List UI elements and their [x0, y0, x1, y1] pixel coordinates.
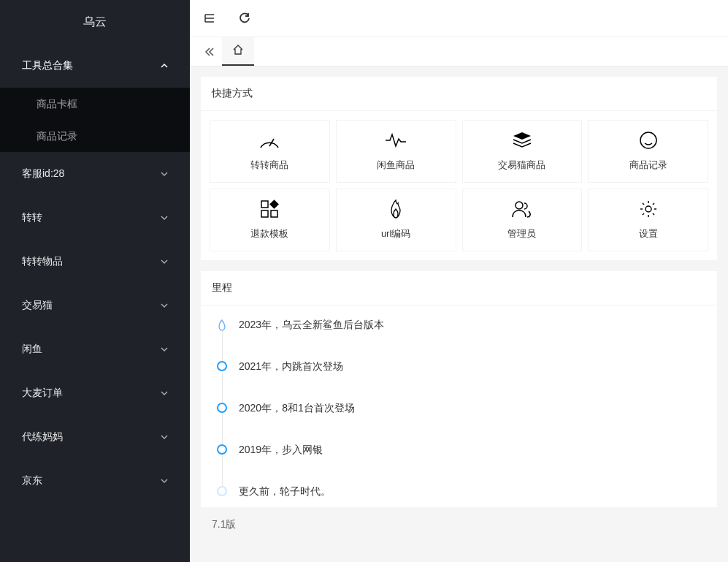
shortcut-label: 退款模板 [250, 227, 288, 240]
svg-rect-3 [261, 210, 268, 217]
nav-label: 京东 [22, 474, 42, 487]
nav-item-damai[interactable]: 大麦订单 [0, 371, 190, 415]
pulse-icon [383, 131, 408, 150]
shortcut-admin[interactable]: 管理员 [462, 189, 583, 251]
sub-label: 商品记录 [37, 130, 77, 142]
timeline-text: 2020年，8和1台首次登场 [239, 402, 355, 414]
nav-item-service[interactable]: 客服id:28 [0, 152, 190, 196]
nav-item-zhuanzhuan-items[interactable]: 转转物品 [0, 240, 190, 284]
timeline-card: 里程 2023年，乌云全新鲨鱼后台版本 2021年，内跳首次登场 [201, 271, 717, 507]
chevron-down-icon [161, 302, 168, 309]
apps-icon [257, 200, 282, 219]
version-label: 7.1版 [201, 518, 717, 539]
timeline-text: 更久前，轮子时代。 [239, 485, 331, 497]
nav-item-jingdong[interactable]: 京东 [0, 459, 190, 503]
nav-item-tools[interactable]: 工具总合集 [0, 44, 190, 88]
timeline-fire-icon [216, 319, 228, 331]
shortcut-label: 设置 [639, 227, 658, 240]
chevron-down-icon [161, 390, 168, 397]
chevron-down-icon [161, 258, 168, 265]
timeline-item: 2019年，步入网银 [217, 443, 701, 485]
timeline-title: 里程 [201, 271, 717, 305]
chevron-down-icon [161, 346, 168, 353]
shortcut-label: 闲鱼商品 [377, 159, 415, 172]
home-icon [232, 44, 244, 58]
app-title: 乌云 [83, 15, 107, 30]
nav-item-zhuanzhuan[interactable]: 转转 [0, 196, 190, 240]
shortcut-label: 商品记录 [629, 159, 667, 172]
timeline-item: 更久前，轮子时代。 [217, 485, 701, 498]
shortcuts-title: 快捷方式 [201, 77, 717, 111]
nav-label: 代练妈妈 [22, 430, 63, 444]
tab-home[interactable] [222, 37, 254, 66]
nav-item-jiaoyimao[interactable]: 交易猫 [0, 284, 190, 327]
shortcut-label: 管理员 [507, 227, 536, 240]
layers-icon [510, 131, 534, 150]
timeline-text: 2021年，内跳首次登场 [239, 360, 343, 372]
shortcut-settings[interactable]: 设置 [588, 189, 708, 251]
chevron-down-icon [161, 214, 168, 221]
sub-item-product-record[interactable]: 商品记录 [0, 120, 190, 152]
chevron-up-icon [161, 62, 168, 69]
timeline-text: 2019年，步入网银 [239, 444, 323, 455]
shortcut-label: 转转商品 [250, 159, 288, 172]
chevron-down-icon [161, 170, 168, 178]
content-area: 快捷方式 转转商品 闲鱼商品 [190, 66, 728, 562]
shortcut-record[interactable]: 商品记录 [588, 120, 708, 183]
shortcut-label: 交易猫商品 [498, 159, 545, 172]
timeline-item: 2021年，内跳首次登场 [217, 360, 701, 401]
fire-icon [383, 200, 408, 219]
nav-label: 转转物品 [22, 255, 63, 268]
timeline-dot-icon [217, 444, 227, 455]
sidebar-logo: 乌云 [0, 0, 190, 44]
shortcuts-card: 快捷方式 转转商品 闲鱼商品 [201, 77, 717, 260]
shortcut-zhuanzhuan[interactable]: 转转商品 [210, 120, 330, 183]
smile-icon [636, 131, 661, 150]
timeline-dot-icon [217, 403, 227, 413]
sub-label: 商品卡框 [37, 98, 77, 110]
shortcut-xianyu[interactable]: 闲鱼商品 [336, 120, 456, 183]
nav-label: 转转 [22, 211, 42, 224]
shortcut-grid: 转转商品 闲鱼商品 交易猫商品 [210, 120, 708, 251]
timeline-text: 2023年，乌云全新鲨鱼后台版本 [239, 319, 384, 330]
topbar [190, 0, 728, 37]
tabs-row [190, 37, 728, 66]
main-area: 快捷方式 转转商品 闲鱼商品 [190, 0, 728, 562]
refresh-icon[interactable] [238, 12, 251, 25]
sidebar: 乌云 工具总合集 商品卡框 商品记录 客服id:28 转转 转转物品 交易猫 闲… [0, 0, 190, 562]
nav-item-xianyu[interactable]: 闲鱼 [0, 327, 190, 371]
shortcut-label: url编码 [381, 227, 410, 240]
nav-label: 闲鱼 [22, 343, 42, 356]
nav-label: 工具总合集 [22, 59, 73, 72]
nav-label: 客服id:28 [22, 167, 64, 181]
tab-prev-icon[interactable] [197, 37, 222, 66]
nav-label: 交易猫 [22, 299, 53, 312]
nav-label: 大麦订单 [22, 387, 63, 400]
sub-item-product-card[interactable]: 商品卡框 [0, 88, 190, 120]
timeline-dot-icon [217, 361, 227, 371]
shortcut-urlencode[interactable]: url编码 [336, 189, 456, 251]
chevron-down-icon [161, 477, 168, 485]
gauge-icon [257, 131, 282, 150]
svg-rect-4 [271, 210, 277, 217]
timeline-dot-icon [217, 486, 227, 496]
collapse-icon[interactable] [203, 12, 216, 25]
timeline-item: 2023年，乌云全新鲨鱼后台版本 [217, 318, 701, 360]
users-icon [510, 200, 534, 219]
svg-point-1 [640, 132, 656, 148]
gear-icon [636, 200, 661, 219]
chevron-down-icon [161, 433, 168, 441]
timeline-item: 2020年，8和1台首次登场 [217, 401, 701, 443]
timeline: 2023年，乌云全新鲨鱼后台版本 2021年，内跳首次登场 2020年，8和1台… [210, 314, 708, 498]
svg-point-7 [645, 206, 651, 212]
svg-rect-2 [261, 201, 268, 208]
nav-item-dailian[interactable]: 代练妈妈 [0, 415, 190, 459]
shortcut-jiaoyimao[interactable]: 交易猫商品 [462, 120, 583, 183]
shortcut-refund[interactable]: 退款模板 [210, 189, 330, 251]
svg-rect-5 [270, 200, 280, 209]
svg-point-6 [516, 202, 523, 209]
